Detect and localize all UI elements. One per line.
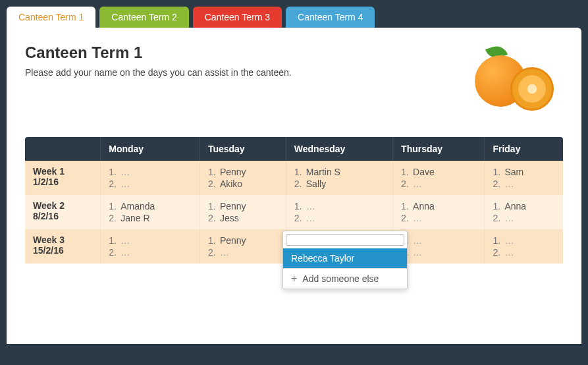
roster-cell[interactable]: Anna… xyxy=(485,195,563,229)
roster-slot[interactable]: … xyxy=(294,200,385,212)
roster-slot[interactable]: Akiko xyxy=(208,178,278,190)
roster-slot[interactable]: Anna xyxy=(493,200,555,212)
dropdown-option-selected[interactable]: Rebecca Taylor xyxy=(283,248,407,268)
roster-cell[interactable]: …… xyxy=(101,229,200,264)
tab-panel: Canteen Term 1 Please add your name on t… xyxy=(7,28,581,344)
col-friday: Friday xyxy=(485,137,563,161)
dropdown-add-label: Add someone else xyxy=(302,273,379,284)
row-header: Week 315/2/16 xyxy=(25,229,101,264)
roster-cell[interactable]: AmandaJane R xyxy=(101,195,200,229)
orange-image xyxy=(463,43,555,116)
roster-slot[interactable]: Anna xyxy=(401,200,476,212)
roster-slot[interactable]: … xyxy=(109,178,192,190)
dropdown-search-input[interactable] xyxy=(286,234,404,246)
roster-slot[interactable]: … xyxy=(493,178,555,190)
roster-slot[interactable]: … xyxy=(109,166,192,178)
roster-slot[interactable]: … xyxy=(208,246,278,258)
table-row: Week 11/2/16……PennyAkikoMartin SSallyDav… xyxy=(25,161,563,195)
roster-slot[interactable]: Amanda xyxy=(109,200,192,212)
roster-slot[interactable]: Penny xyxy=(208,166,278,178)
roster-slot[interactable]: … xyxy=(493,246,555,258)
roster-cell[interactable]: Penny… xyxy=(200,229,286,264)
plus-icon: + xyxy=(291,273,297,284)
page-title: Canteen Term 1 xyxy=(25,43,292,62)
table-header-row: Monday Tuesday Wednesday Thursday Friday xyxy=(25,137,563,161)
dropdown-add-someone[interactable]: + Add someone else xyxy=(283,268,407,289)
roster-slot[interactable]: … xyxy=(493,212,555,224)
col-blank xyxy=(25,137,101,161)
roster-slot[interactable]: … xyxy=(401,235,476,246)
person-dropdown[interactable]: Rebecca Taylor + Add someone else xyxy=(282,231,408,289)
roster-slot[interactable]: Penny xyxy=(208,235,278,246)
col-tuesday: Tuesday xyxy=(200,137,286,161)
col-wednesday: Wednesday xyxy=(286,137,392,161)
roster-cell[interactable]: Anna… xyxy=(393,195,485,229)
roster-cell[interactable]: Dave… xyxy=(393,161,485,195)
roster-cell[interactable]: …… xyxy=(485,229,563,264)
roster-slot[interactable]: … xyxy=(294,212,385,224)
roster-cell[interactable]: PennyAkiko xyxy=(200,161,286,195)
roster-slot[interactable]: Penny xyxy=(208,200,278,212)
roster-slot[interactable]: Jess xyxy=(208,212,278,224)
col-monday: Monday xyxy=(101,137,200,161)
roster-cell[interactable]: Martin SSally xyxy=(286,161,392,195)
row-header: Week 11/2/16 xyxy=(25,161,101,195)
roster-cell[interactable]: PennyJess xyxy=(200,195,286,229)
roster-slot[interactable]: … xyxy=(109,235,192,246)
roster-cell[interactable]: …… xyxy=(286,195,392,229)
row-header: Week 28/2/16 xyxy=(25,195,101,229)
roster-slot[interactable]: … xyxy=(493,235,555,246)
table-row: Week 28/2/16AmandaJane RPennyJess……Anna…… xyxy=(25,195,563,229)
roster-slot[interactable]: … xyxy=(401,178,476,190)
page-intro: Please add your name on the days you can… xyxy=(25,67,292,78)
roster-slot[interactable]: Martin S xyxy=(294,166,385,178)
roster-slot[interactable]: Dave xyxy=(401,166,476,178)
col-thursday: Thursday xyxy=(393,137,485,161)
roster-slot[interactable]: … xyxy=(401,246,476,258)
tab-bar: Canteen Term 1 Canteen Term 2 Canteen Te… xyxy=(7,7,581,28)
roster-slot[interactable]: … xyxy=(109,246,192,258)
roster-slot[interactable]: … xyxy=(401,212,476,224)
roster-slot[interactable]: Sally xyxy=(294,178,385,190)
tab-term-1[interactable]: Canteen Term 1 xyxy=(7,7,95,28)
roster-cell[interactable]: Sam… xyxy=(485,161,563,195)
roster-slot[interactable]: Sam xyxy=(493,166,555,178)
tab-term-4[interactable]: Canteen Term 4 xyxy=(286,7,375,28)
roster-slot[interactable]: Jane R xyxy=(109,212,192,224)
tab-term-3[interactable]: Canteen Term 3 xyxy=(193,7,282,28)
roster-cell[interactable]: …… xyxy=(101,161,200,195)
tab-term-2[interactable]: Canteen Term 2 xyxy=(99,7,188,28)
